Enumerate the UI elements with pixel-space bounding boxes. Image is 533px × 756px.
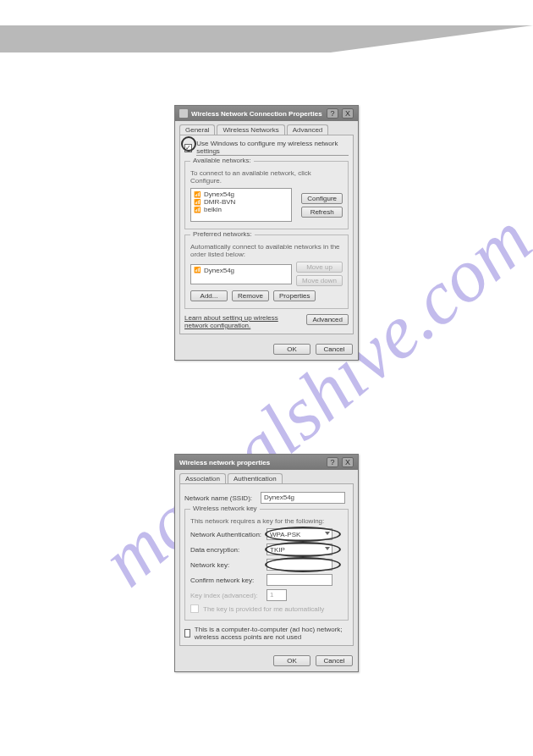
- available-legend: Available networks:: [190, 157, 254, 164]
- enc-label: Data encryption:: [190, 546, 266, 554]
- confirm-label: Confirm network key:: [190, 577, 266, 584]
- tab-authentication[interactable]: Authentication: [228, 473, 283, 483]
- signal-icon: 📶: [194, 267, 201, 273]
- adhoc-label: This is a computer-to-computer (ad hoc) …: [195, 626, 349, 641]
- move-up-button[interactable]: Move up: [296, 262, 343, 273]
- auth-value: WPA-PSK: [270, 531, 300, 538]
- page-header-wedge: [0, 25, 533, 52]
- properties-button[interactable]: Properties: [273, 290, 316, 301]
- enc-dropdown[interactable]: TKIP: [266, 544, 332, 555]
- netkey-input[interactable]: [266, 559, 332, 571]
- list-item[interactable]: 📶Dynex54g: [193, 267, 289, 274]
- ssid-input[interactable]: Dynex54g: [261, 492, 345, 504]
- list-item[interactable]: 📶DMR-BVN: [193, 198, 289, 206]
- title-text: Wireless Network Connection Properties: [191, 110, 323, 118]
- preferred-list[interactable]: 📶Dynex54g: [190, 264, 292, 284]
- ok-button[interactable]: OK: [273, 344, 310, 355]
- available-list[interactable]: 📶Dynex54g 📶DMR-BVN 📶belkin: [190, 188, 292, 222]
- key-hint: This network requires a key for the foll…: [190, 517, 343, 525]
- window-icon: [179, 109, 188, 118]
- signal-icon: 📶: [194, 191, 201, 198]
- refresh-button[interactable]: Refresh: [301, 207, 343, 218]
- netkey-label: Network key:: [190, 561, 266, 569]
- learn-link[interactable]: Learn about setting up wireless network …: [184, 314, 302, 329]
- auth-dropdown[interactable]: WPA-PSK: [266, 528, 332, 540]
- remove-button[interactable]: Remove: [232, 290, 269, 301]
- tabstrip: Association Authentication: [175, 470, 358, 483]
- list-item[interactable]: 📶belkin: [193, 206, 289, 213]
- title-text: Wireless network properties: [179, 459, 323, 466]
- list-item-label: Dynex54g: [204, 267, 234, 274]
- tab-advanced[interactable]: Advanced: [287, 124, 329, 135]
- tab-association[interactable]: Association: [179, 473, 226, 483]
- list-item[interactable]: 📶Dynex54g: [193, 190, 289, 198]
- cancel-button[interactable]: Cancel: [316, 344, 353, 355]
- adhoc-checkbox[interactable]: [184, 629, 190, 637]
- help-button[interactable]: ?: [327, 108, 338, 119]
- configure-button[interactable]: Configure: [301, 193, 343, 204]
- ok-button[interactable]: OK: [273, 655, 310, 666]
- auth-label: Network Authentication:: [190, 531, 266, 538]
- titlebar: Wireless Network Connection Properties ?…: [175, 106, 358, 121]
- use-windows-checkbox[interactable]: ✓: [184, 144, 192, 152]
- add-button[interactable]: Add...: [190, 290, 228, 301]
- preferred-hint: Automatically connect to available netwo…: [190, 243, 343, 258]
- auto-key-label: The key is provided for me automatically: [203, 605, 324, 613]
- available-hint: To connect to an available network, clic…: [190, 169, 343, 185]
- available-networks-group: Available networks: To connect to an ava…: [184, 161, 349, 229]
- tab-general[interactable]: General: [179, 124, 215, 135]
- preferred-networks-group: Preferred networks: Automatically connec…: [184, 235, 349, 309]
- signal-icon: 📶: [194, 207, 201, 213]
- cancel-button[interactable]: Cancel: [316, 655, 353, 666]
- confirm-input[interactable]: [266, 574, 332, 586]
- preferred-legend: Preferred networks:: [190, 230, 255, 238]
- list-item-label: Dynex54g: [204, 190, 234, 198]
- move-down-button[interactable]: Move down: [296, 275, 343, 286]
- list-item-label: DMR-BVN: [204, 198, 235, 206]
- dialog-wireless-connection-properties: Wireless Network Connection Properties ?…: [174, 105, 359, 361]
- enc-value: TKIP: [270, 546, 285, 554]
- help-button[interactable]: ?: [327, 457, 338, 467]
- dialog-wireless-network-properties: Wireless network properties ? X Associat…: [174, 454, 359, 672]
- tab-wireless-networks[interactable]: Wireless Networks: [217, 124, 284, 135]
- key-legend: Wireless network key: [190, 505, 260, 512]
- tabstrip: General Wireless Networks Advanced: [175, 121, 358, 135]
- ssid-label: Network name (SSID):: [184, 494, 261, 502]
- close-button[interactable]: X: [342, 108, 354, 119]
- use-windows-label: Use Windows to configure my wireless net…: [196, 140, 349, 156]
- wireless-key-group: Wireless network key This network requir…: [184, 509, 349, 621]
- index-spinner: 1: [266, 589, 287, 601]
- close-button[interactable]: X: [342, 457, 354, 467]
- signal-icon: 📶: [194, 199, 201, 206]
- auto-key-checkbox: [190, 604, 199, 613]
- index-label: Key index (advanced):: [190, 592, 266, 599]
- list-item-label: belkin: [204, 206, 222, 213]
- titlebar: Wireless network properties ? X: [175, 455, 358, 470]
- advanced-button[interactable]: Advanced: [306, 314, 349, 325]
